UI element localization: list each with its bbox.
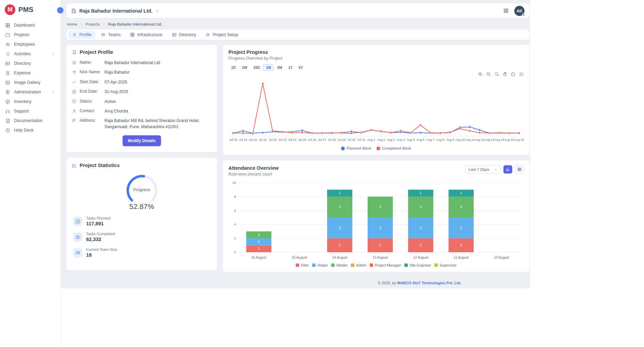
contact-card-icon	[172, 32, 177, 37]
circle-x-icon	[72, 89, 77, 94]
check-icon	[72, 80, 77, 85]
date-range-select[interactable]: Last 7 Days	[465, 165, 501, 174]
pan-icon[interactable]	[502, 72, 508, 77]
legend-item-helper[interactable]: Helper	[312, 263, 328, 267]
sidebar-item-expense[interactable]: Expense	[0, 68, 60, 78]
content-grid: Project Profile Name:Raja Bahadur Intern…	[66, 45, 529, 287]
range-5y-button[interactable]: 5Y	[296, 64, 306, 71]
svg-text:Jul 31: Jul 31	[357, 138, 366, 141]
sidebar-item-label: Support	[14, 109, 29, 114]
svg-text:3: 3	[460, 226, 462, 230]
legend-item-fitter[interactable]: Fitter	[296, 263, 309, 267]
svg-text:3: 3	[460, 205, 462, 209]
building-icon	[71, 8, 77, 14]
range-1w-button[interactable]: 1W	[239, 64, 250, 71]
svg-text:6: 6	[234, 209, 236, 212]
sidebar-item-dashboard[interactable]: Dashboard	[0, 20, 60, 30]
footer-company-link[interactable]: MARCO AIoT Technologies Pvt. Ltd.	[397, 281, 461, 285]
tab-label: Infrastructure	[137, 32, 162, 37]
legend-item-admin[interactable]: Admin	[351, 263, 366, 267]
legend-marker	[312, 263, 316, 267]
sidebar-collapse-button[interactable]	[57, 7, 63, 13]
range-3m-button[interactable]: 3M	[274, 64, 285, 71]
sidebar-item-help-desk[interactable]: Help Desk	[0, 125, 60, 135]
selection-zoom-icon[interactable]	[494, 72, 499, 77]
svg-text:0: 0	[234, 250, 236, 254]
sidebar-item-image-gallery[interactable]: Image Gallery	[0, 78, 60, 87]
legend-marker	[351, 263, 354, 267]
sidebar-item-projects[interactable]: Projects	[0, 30, 60, 40]
document-icon	[5, 118, 10, 123]
legend-marker	[296, 263, 299, 267]
chevron-right-icon	[51, 52, 55, 56]
zoom-out-icon[interactable]	[486, 72, 491, 77]
topbar: Raja Bahadur International Ltd. AD	[66, 3, 529, 18]
attendance-chart[interactable]: 024681011116 August15 August233114 Augus…	[228, 179, 524, 261]
tab-directory[interactable]: Directory	[168, 31, 200, 39]
legend-label: Completed Work	[382, 146, 411, 150]
legend-item-project-manager[interactable]: Project Manager	[370, 263, 401, 267]
range-1d-button[interactable]: 1D	[228, 64, 238, 71]
menu-icon[interactable]	[519, 72, 524, 77]
svg-text:3: 3	[379, 226, 381, 230]
legend-item-planned-work[interactable]: Planned Work	[341, 146, 371, 150]
svg-text:Jul 22: Jul 22	[269, 138, 277, 141]
stat-label: Tasks Completed	[86, 232, 115, 236]
legend-item-welder[interactable]: Welder	[331, 263, 348, 267]
tab-teams[interactable]: Teams	[97, 31, 124, 39]
range-1y-button[interactable]: 1Y	[286, 64, 295, 71]
apps-grid-icon[interactable]	[503, 8, 509, 14]
breadcrumb-item-projects[interactable]: Projects	[86, 22, 100, 26]
app-root: M PMS DashboardProjectsEmployeesActiviti…	[0, 0, 530, 347]
profile-field-row: Nick Name:Raja Bahadur	[72, 70, 212, 75]
chevron-down-icon	[155, 9, 159, 13]
svg-text:1: 1	[420, 191, 422, 195]
sidebar-item-support[interactable]: Support	[0, 106, 60, 116]
project-progress-card: Project Progress Progress Overview by Pr…	[223, 45, 529, 155]
svg-text:1: 1	[460, 191, 462, 195]
bar-view-button[interactable]	[503, 165, 512, 174]
tab-infrastructure[interactable]: Infrastructure	[126, 31, 166, 39]
svg-text:8: 8	[234, 195, 236, 198]
legend-marker	[370, 263, 373, 267]
sidebar-item-directory[interactable]: Directory	[0, 59, 60, 68]
zoom-in-icon[interactable]	[478, 72, 483, 77]
profile-fields: Name:Raja Bahadur International Ltd.Nick…	[72, 60, 212, 130]
svg-text:1: 1	[258, 247, 260, 251]
topbar-right: AD	[503, 6, 525, 16]
sidebar-item-activities[interactable]: Activities	[0, 49, 60, 59]
sidebar-item-documentation[interactable]: Documentation	[0, 116, 60, 125]
sidebar-item-label: Directory	[14, 61, 31, 66]
breadcrumb-item-home[interactable]: Home	[67, 22, 78, 26]
svg-text:3: 3	[339, 205, 341, 209]
project-progress-chart[interactable]: Jul 18Jul 19Jul 20Jul 21Jul 22Jul 23Jul …	[228, 77, 524, 144]
range-15d-button[interactable]: 15D	[251, 64, 262, 71]
person-icon	[72, 32, 77, 37]
sidebar-item-administration[interactable]: Administration	[0, 87, 60, 97]
statistics-list: Tasks Planned117,891Tasks Completed62,33…	[72, 216, 212, 258]
legend-item-completed-work[interactable]: Completed Work	[376, 146, 411, 150]
profile-field-row: Status:Active	[72, 99, 212, 105]
tab-project-setup[interactable]: Project Setup	[202, 31, 242, 39]
legend-item-supervisor[interactable]: Supervisor	[434, 263, 456, 267]
star-icon	[75, 235, 80, 240]
date-range-value: Last 7 Days	[468, 167, 489, 171]
sidebar-item-inventory[interactable]: Inventory	[0, 97, 60, 106]
sidebar-item-employees[interactable]: Employees	[0, 40, 60, 49]
svg-text:15 August: 15 August	[292, 256, 307, 259]
sidebar-item-label: Image Gallery	[14, 80, 41, 85]
field-label: Status:	[80, 99, 101, 104]
svg-text:Aug 2: Aug 2	[377, 138, 385, 141]
breadcrumb: HomeProjectsRaja Bahadur International L…	[66, 18, 529, 30]
company-selector[interactable]: Raja Bahadur International Ltd.	[71, 8, 159, 14]
avatar[interactable]: AD	[514, 6, 525, 16]
home-icon[interactable]	[511, 72, 516, 77]
modify-details-button[interactable]: Modify Details	[123, 135, 161, 146]
statistics-card-title: Project Statistics	[80, 163, 120, 168]
range-1m-button[interactable]: 1M	[263, 64, 274, 71]
help-circle-icon	[5, 128, 10, 133]
tab-profile[interactable]: Profile	[68, 31, 95, 39]
svg-text:12 August: 12 August	[413, 256, 429, 259]
legend-item-site-engineer[interactable]: Site Engineer	[404, 263, 431, 267]
table-view-button[interactable]	[515, 165, 524, 174]
